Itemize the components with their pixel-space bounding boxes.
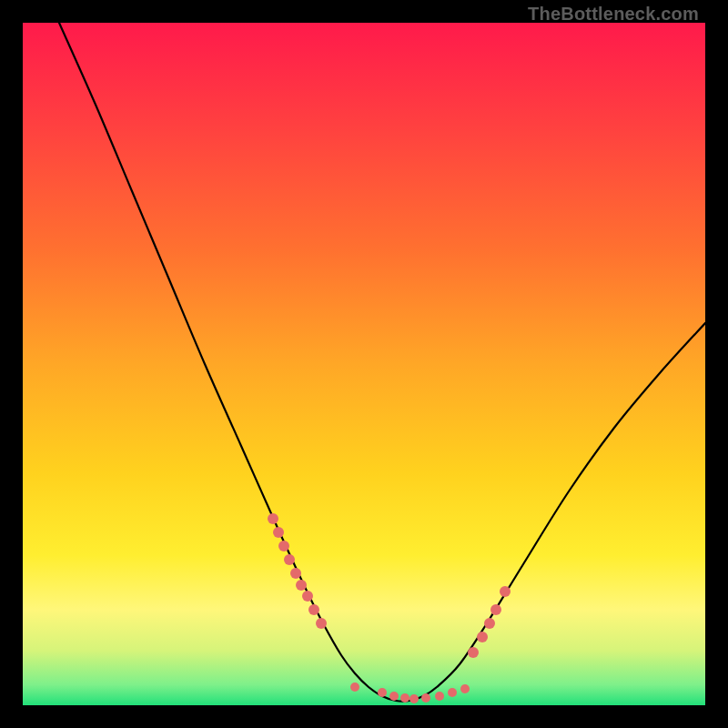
marker-dot (448, 688, 457, 697)
marker-dot (378, 688, 387, 697)
marker-dot (410, 694, 419, 703)
bottleneck-curve (59, 23, 705, 702)
marker-dot (389, 692, 399, 701)
marker-dot (435, 692, 444, 701)
marker-dot (400, 693, 410, 703)
marker-dot (273, 527, 284, 538)
marker-dot (290, 568, 301, 579)
marker-dot (284, 554, 295, 565)
marker-dot (421, 693, 430, 703)
marker-dot (350, 682, 359, 692)
marker-dot (302, 591, 313, 602)
curve-markers (268, 513, 511, 703)
marker-dot (468, 647, 479, 658)
marker-dot (490, 604, 501, 615)
marker-dot (484, 618, 495, 629)
marker-dot (500, 586, 511, 597)
chart-frame (23, 23, 705, 705)
marker-dot (477, 632, 488, 642)
marker-dot (316, 618, 327, 629)
marker-dot (268, 513, 278, 524)
marker-dot (278, 541, 289, 551)
watermark-text: TheBottleneck.com (528, 4, 699, 25)
marker-dot (308, 604, 319, 615)
chart-svg (23, 23, 705, 705)
marker-dot (460, 684, 470, 693)
marker-dot (296, 580, 307, 591)
